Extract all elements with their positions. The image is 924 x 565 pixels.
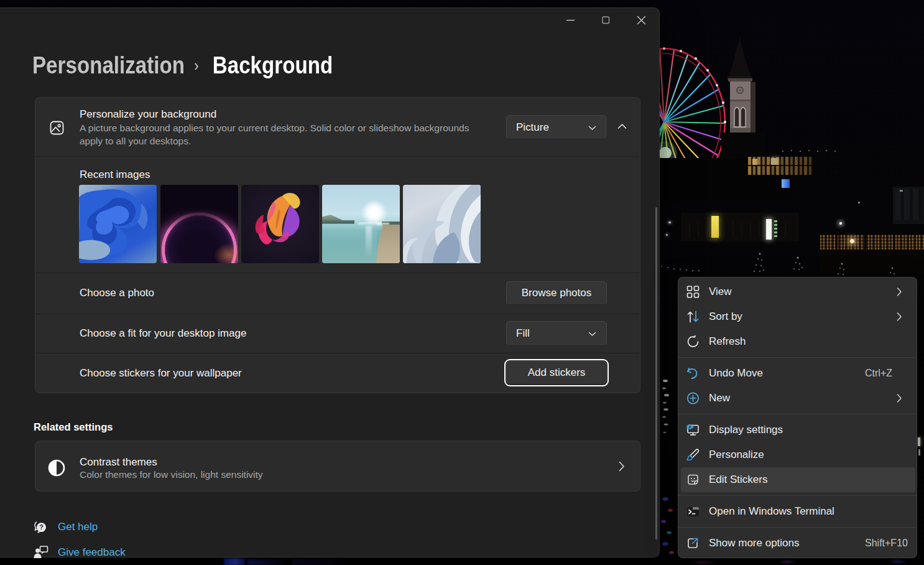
svg-text:?: ? xyxy=(39,523,43,531)
